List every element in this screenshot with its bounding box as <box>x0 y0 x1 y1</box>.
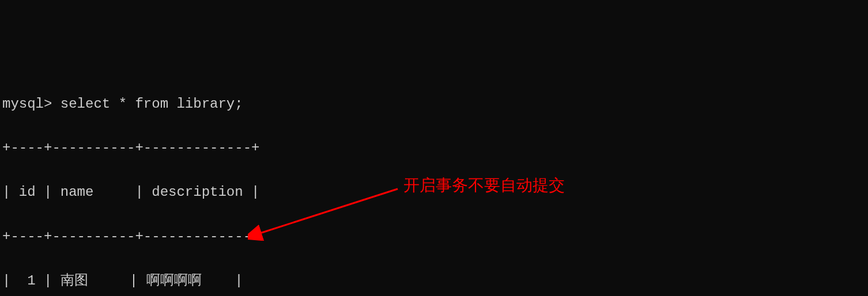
table-border-header: +----+----------+-------------+ <box>2 226 866 248</box>
mysql-select-command: mysql> select * from library; <box>2 93 866 115</box>
annotation-text: 开启事务不要自动提交 <box>403 173 565 199</box>
table-border-top: +----+----------+-------------+ <box>2 137 866 159</box>
table-row: | 1 | 南图 | 啊啊啊啊 | <box>2 270 866 292</box>
